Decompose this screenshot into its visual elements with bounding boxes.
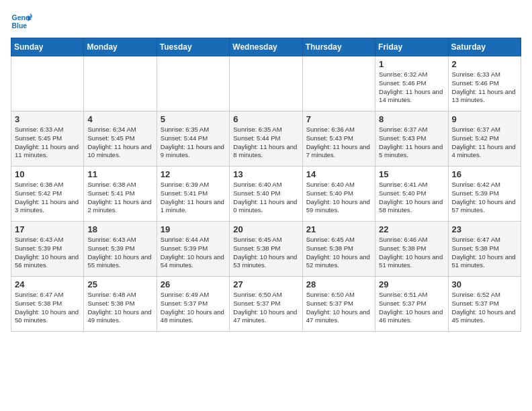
day-number: 23 bbox=[452, 224, 517, 234]
calendar-cell: 29Sunrise: 6:51 AM Sunset: 5:37 PM Dayli… bbox=[375, 277, 448, 332]
calendar-cell: 2Sunrise: 6:33 AM Sunset: 5:46 PM Daylig… bbox=[448, 56, 521, 111]
weekday-header: Monday bbox=[84, 38, 157, 56]
calendar-cell: 5Sunrise: 6:35 AM Sunset: 5:44 PM Daylig… bbox=[157, 111, 229, 167]
day-number: 28 bbox=[306, 279, 371, 289]
day-info: Sunrise: 6:35 AM Sunset: 5:44 PM Dayligh… bbox=[233, 126, 298, 160]
day-number: 26 bbox=[161, 279, 226, 289]
day-info: Sunrise: 6:36 AM Sunset: 5:43 PM Dayligh… bbox=[306, 126, 371, 160]
calendar-cell: 7Sunrise: 6:36 AM Sunset: 5:43 PM Daylig… bbox=[302, 111, 375, 167]
weekday-header: Wednesday bbox=[230, 38, 302, 56]
day-info: Sunrise: 6:50 AM Sunset: 5:37 PM Dayligh… bbox=[233, 291, 298, 325]
calendar-cell: 3Sunrise: 6:33 AM Sunset: 5:45 PM Daylig… bbox=[11, 111, 84, 167]
day-info: Sunrise: 6:38 AM Sunset: 5:41 PM Dayligh… bbox=[87, 181, 152, 215]
day-number: 22 bbox=[379, 224, 444, 234]
day-info: Sunrise: 6:48 AM Sunset: 5:38 PM Dayligh… bbox=[87, 291, 152, 325]
day-number: 20 bbox=[233, 224, 298, 234]
day-info: Sunrise: 6:44 AM Sunset: 5:39 PM Dayligh… bbox=[161, 236, 226, 270]
day-info: Sunrise: 6:42 AM Sunset: 5:39 PM Dayligh… bbox=[452, 181, 517, 215]
day-info: Sunrise: 6:45 AM Sunset: 5:38 PM Dayligh… bbox=[233, 236, 298, 270]
day-number: 24 bbox=[15, 279, 80, 289]
day-number: 18 bbox=[87, 224, 152, 234]
day-info: Sunrise: 6:37 AM Sunset: 5:43 PM Dayligh… bbox=[379, 126, 444, 160]
calendar-cell: 30Sunrise: 6:52 AM Sunset: 5:37 PM Dayli… bbox=[448, 277, 521, 332]
calendar-cell bbox=[84, 56, 157, 111]
day-number: 17 bbox=[15, 224, 80, 234]
day-number: 2 bbox=[452, 59, 517, 69]
day-info: Sunrise: 6:34 AM Sunset: 5:45 PM Dayligh… bbox=[87, 126, 152, 160]
day-info: Sunrise: 6:32 AM Sunset: 5:46 PM Dayligh… bbox=[379, 71, 444, 105]
calendar-cell bbox=[11, 56, 84, 111]
weekday-header: Saturday bbox=[448, 38, 521, 56]
weekday-header: Tuesday bbox=[157, 38, 229, 56]
calendar-cell: 28Sunrise: 6:50 AM Sunset: 5:37 PM Dayli… bbox=[302, 277, 375, 332]
day-info: Sunrise: 6:38 AM Sunset: 5:42 PM Dayligh… bbox=[15, 181, 80, 215]
calendar-cell: 20Sunrise: 6:45 AM Sunset: 5:38 PM Dayli… bbox=[230, 222, 302, 277]
day-number: 6 bbox=[233, 114, 298, 124]
calendar-cell: 13Sunrise: 6:40 AM Sunset: 5:40 PM Dayli… bbox=[230, 167, 302, 222]
day-info: Sunrise: 6:39 AM Sunset: 5:41 PM Dayligh… bbox=[161, 181, 226, 215]
calendar-cell: 17Sunrise: 6:43 AM Sunset: 5:39 PM Dayli… bbox=[11, 222, 84, 277]
calendar-cell: 26Sunrise: 6:49 AM Sunset: 5:37 PM Dayli… bbox=[157, 277, 229, 332]
day-info: Sunrise: 6:45 AM Sunset: 5:38 PM Dayligh… bbox=[306, 236, 371, 270]
calendar-cell: 27Sunrise: 6:50 AM Sunset: 5:37 PM Dayli… bbox=[230, 277, 302, 332]
day-number: 4 bbox=[87, 114, 152, 124]
day-number: 7 bbox=[306, 114, 371, 124]
day-info: Sunrise: 6:47 AM Sunset: 5:38 PM Dayligh… bbox=[15, 291, 80, 325]
calendar-cell bbox=[302, 56, 375, 111]
calendar-cell: 8Sunrise: 6:37 AM Sunset: 5:43 PM Daylig… bbox=[375, 111, 448, 167]
day-info: Sunrise: 6:40 AM Sunset: 5:40 PM Dayligh… bbox=[306, 181, 371, 215]
day-number: 12 bbox=[161, 169, 226, 179]
day-info: Sunrise: 6:51 AM Sunset: 5:37 PM Dayligh… bbox=[379, 291, 444, 325]
day-number: 27 bbox=[233, 279, 298, 289]
day-number: 29 bbox=[379, 279, 444, 289]
weekday-header: Thursday bbox=[302, 38, 375, 56]
calendar-cell: 25Sunrise: 6:48 AM Sunset: 5:38 PM Dayli… bbox=[84, 277, 157, 332]
calendar-cell: 24Sunrise: 6:47 AM Sunset: 5:38 PM Dayli… bbox=[11, 277, 84, 332]
weekday-header-row: SundayMondayTuesdayWednesdayThursdayFrid… bbox=[11, 38, 521, 56]
calendar-cell: 1Sunrise: 6:32 AM Sunset: 5:46 PM Daylig… bbox=[375, 56, 448, 111]
day-info: Sunrise: 6:43 AM Sunset: 5:39 PM Dayligh… bbox=[87, 236, 152, 270]
day-number: 16 bbox=[452, 169, 517, 179]
calendar-cell bbox=[230, 56, 302, 111]
calendar-cell: 16Sunrise: 6:42 AM Sunset: 5:39 PM Dayli… bbox=[448, 167, 521, 222]
calendar-cell: 15Sunrise: 6:41 AM Sunset: 5:40 PM Dayli… bbox=[375, 167, 448, 222]
day-info: Sunrise: 6:50 AM Sunset: 5:37 PM Dayligh… bbox=[306, 291, 371, 325]
weekday-header: Sunday bbox=[11, 38, 84, 56]
calendar-week-row: 24Sunrise: 6:47 AM Sunset: 5:38 PM Dayli… bbox=[11, 277, 521, 332]
day-number: 15 bbox=[379, 169, 444, 179]
calendar-cell: 18Sunrise: 6:43 AM Sunset: 5:39 PM Dayli… bbox=[84, 222, 157, 277]
day-info: Sunrise: 6:33 AM Sunset: 5:45 PM Dayligh… bbox=[15, 126, 80, 160]
calendar-cell: 22Sunrise: 6:46 AM Sunset: 5:38 PM Dayli… bbox=[375, 222, 448, 277]
day-number: 9 bbox=[452, 114, 517, 124]
calendar-week-row: 17Sunrise: 6:43 AM Sunset: 5:39 PM Dayli… bbox=[11, 222, 521, 277]
calendar-week-row: 3Sunrise: 6:33 AM Sunset: 5:45 PM Daylig… bbox=[11, 111, 521, 167]
day-number: 19 bbox=[161, 224, 226, 234]
day-info: Sunrise: 6:49 AM Sunset: 5:37 PM Dayligh… bbox=[161, 291, 226, 325]
calendar-cell: 14Sunrise: 6:40 AM Sunset: 5:40 PM Dayli… bbox=[302, 167, 375, 222]
day-info: Sunrise: 6:40 AM Sunset: 5:40 PM Dayligh… bbox=[233, 181, 298, 215]
day-number: 25 bbox=[87, 279, 152, 289]
day-number: 13 bbox=[233, 169, 298, 179]
calendar-cell: 19Sunrise: 6:44 AM Sunset: 5:39 PM Dayli… bbox=[157, 222, 229, 277]
calendar-cell: 6Sunrise: 6:35 AM Sunset: 5:44 PM Daylig… bbox=[230, 111, 302, 167]
day-number: 10 bbox=[15, 169, 80, 179]
day-number: 14 bbox=[306, 169, 371, 179]
logo: General Blue bbox=[11, 11, 34, 32]
calendar-cell: 10Sunrise: 6:38 AM Sunset: 5:42 PM Dayli… bbox=[11, 167, 84, 222]
day-number: 5 bbox=[161, 114, 226, 124]
calendar-cell: 12Sunrise: 6:39 AM Sunset: 5:41 PM Dayli… bbox=[157, 167, 229, 222]
logo-icon: General Blue bbox=[11, 11, 32, 32]
day-number: 11 bbox=[87, 169, 152, 179]
day-number: 1 bbox=[379, 59, 444, 69]
day-info: Sunrise: 6:33 AM Sunset: 5:46 PM Dayligh… bbox=[452, 71, 517, 105]
day-info: Sunrise: 6:52 AM Sunset: 5:37 PM Dayligh… bbox=[452, 291, 517, 325]
day-info: Sunrise: 6:46 AM Sunset: 5:38 PM Dayligh… bbox=[379, 236, 444, 270]
day-number: 8 bbox=[379, 114, 444, 124]
day-number: 21 bbox=[306, 224, 371, 234]
weekday-header: Friday bbox=[375, 38, 448, 56]
day-info: Sunrise: 6:37 AM Sunset: 5:42 PM Dayligh… bbox=[452, 126, 517, 160]
day-info: Sunrise: 6:47 AM Sunset: 5:38 PM Dayligh… bbox=[452, 236, 517, 270]
calendar-cell bbox=[157, 56, 229, 111]
calendar-week-row: 1Sunrise: 6:32 AM Sunset: 5:46 PM Daylig… bbox=[11, 56, 521, 111]
svg-text:Blue: Blue bbox=[12, 22, 28, 30]
